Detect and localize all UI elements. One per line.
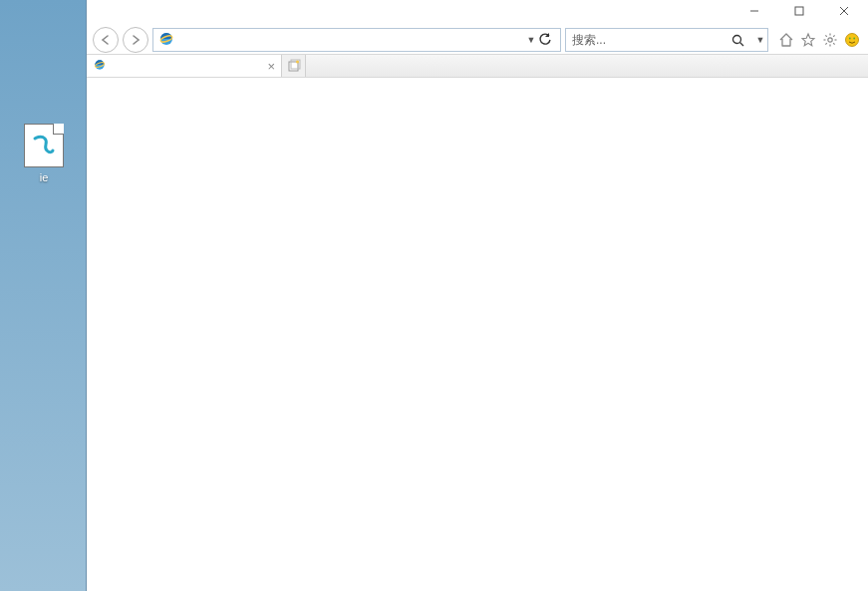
desktop-shortcut-ie[interactable]: ie bbox=[20, 124, 68, 183]
svg-point-24 bbox=[296, 61, 299, 64]
script-file-icon bbox=[24, 124, 64, 167]
maximize-button[interactable] bbox=[776, 0, 821, 22]
tools-button[interactable] bbox=[820, 30, 840, 50]
forward-arrow-icon bbox=[130, 34, 142, 46]
svg-rect-22 bbox=[289, 62, 298, 71]
ie-logo-icon bbox=[157, 30, 177, 50]
page-content bbox=[87, 78, 868, 591]
desktop-shortcut-label: ie bbox=[20, 171, 68, 183]
close-button[interactable] bbox=[821, 0, 866, 22]
toolbar-icons bbox=[772, 30, 862, 50]
search-bar[interactable]: ▼ bbox=[565, 28, 768, 52]
svg-line-7 bbox=[740, 42, 744, 46]
refresh-button[interactable] bbox=[538, 33, 560, 47]
ie-window: ▼ ▼ bbox=[86, 0, 868, 591]
minimize-button[interactable] bbox=[731, 0, 776, 22]
svg-line-15 bbox=[833, 35, 834, 36]
address-dropdown-icon[interactable]: ▼ bbox=[524, 35, 538, 45]
svg-point-6 bbox=[733, 35, 741, 43]
titlebar bbox=[87, 0, 868, 26]
search-input[interactable] bbox=[566, 30, 731, 50]
back-button[interactable] bbox=[93, 27, 119, 53]
minimize-icon bbox=[749, 6, 759, 16]
svg-rect-1 bbox=[795, 7, 803, 15]
desktop: ie ▼ bbox=[0, 0, 868, 591]
emoji-button[interactable] bbox=[842, 30, 862, 50]
svg-line-14 bbox=[833, 43, 834, 44]
smiley-icon bbox=[844, 32, 860, 48]
new-tab-button[interactable] bbox=[282, 55, 306, 77]
svg-line-16 bbox=[825, 43, 826, 44]
home-button[interactable] bbox=[776, 30, 796, 50]
back-arrow-icon bbox=[100, 34, 112, 46]
tab-strip: × bbox=[87, 54, 868, 78]
new-tab-icon bbox=[287, 59, 301, 73]
gear-icon bbox=[822, 32, 838, 48]
search-icon bbox=[731, 34, 744, 47]
home-icon bbox=[778, 32, 794, 48]
star-icon bbox=[800, 32, 816, 48]
browser-tab[interactable]: × bbox=[87, 55, 282, 77]
search-button[interactable] bbox=[731, 34, 753, 47]
ie-logo-icon bbox=[93, 58, 109, 74]
favorites-button[interactable] bbox=[798, 30, 818, 50]
refresh-icon bbox=[538, 33, 552, 47]
navigation-toolbar: ▼ ▼ bbox=[87, 26, 868, 54]
tab-close-button[interactable]: × bbox=[267, 59, 275, 74]
svg-point-8 bbox=[828, 38, 832, 42]
close-icon bbox=[839, 6, 849, 16]
search-dropdown-icon[interactable]: ▼ bbox=[753, 35, 767, 45]
svg-line-13 bbox=[825, 35, 826, 36]
svg-point-17 bbox=[846, 34, 859, 47]
svg-point-19 bbox=[853, 38, 855, 40]
forward-button[interactable] bbox=[123, 27, 148, 53]
svg-point-18 bbox=[849, 38, 851, 40]
maximize-icon bbox=[794, 6, 804, 16]
address-input[interactable] bbox=[181, 30, 524, 50]
address-bar[interactable]: ▼ bbox=[152, 28, 561, 52]
